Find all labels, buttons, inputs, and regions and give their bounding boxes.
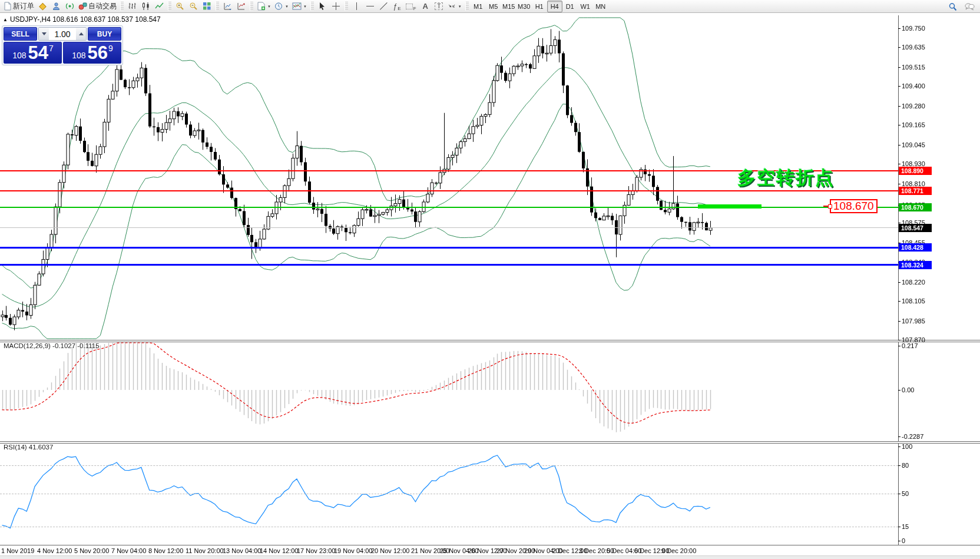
crosshair-tool-button[interactable] [329, 1, 343, 12]
accounts-button[interactable] [49, 1, 63, 12]
macd-label: MACD(12,26,9) -0.1027 -0.1115 [4, 342, 100, 349]
signal-icon [65, 2, 74, 11]
candlestick-mode-button[interactable] [139, 1, 153, 12]
candlestick-icon [141, 2, 150, 11]
zoom-in-icon [176, 2, 184, 11]
level-line-108.547[interactable] [0, 227, 898, 228]
new-order-icon [4, 2, 12, 11]
text-label-tool-button[interactable]: T [432, 1, 446, 12]
indicators-menu-button[interactable]: ▼ [255, 1, 273, 12]
timeframe-m15-button[interactable]: M15 [501, 1, 517, 12]
chat-bubbles-icon [965, 2, 975, 11]
text-label-icon: T [435, 2, 443, 10]
zoom-out-button[interactable] [187, 1, 200, 12]
fibonacci-tool-button[interactable]: ƒE [390, 1, 404, 12]
tile-windows-button[interactable] [200, 1, 214, 12]
cursor-tool-button[interactable] [316, 1, 329, 12]
date-axis-label: 1 Nov 2019 [1, 547, 34, 554]
new-order-button[interactable]: 新订单 [2, 1, 36, 12]
date-axis-label: 13 Nov 04:00 [223, 547, 261, 554]
date-axis-label: 5 Nov 20:00 [74, 547, 109, 554]
price-badge-108.890: 108.890 [899, 167, 932, 175]
level-line-108.324[interactable] [0, 264, 898, 266]
trendline-icon [380, 2, 388, 10]
buy-button[interactable]: BUY [88, 27, 121, 41]
volume-stepper [38, 27, 87, 41]
level-line-108.771[interactable] [0, 190, 898, 191]
market-watch-button[interactable] [36, 1, 49, 12]
search-button[interactable] [946, 1, 959, 12]
price-axis-tick: 109.045 [902, 141, 925, 148]
timeframe-m1-button[interactable]: M1 [471, 1, 486, 12]
timeframe-w1-button[interactable]: W1 [578, 1, 593, 12]
trendline-tool-button[interactable] [377, 1, 390, 12]
macd-axis-label: -0.2287 [902, 433, 923, 440]
highlight-segment[interactable] [698, 204, 762, 209]
arrows-tool-button[interactable]: ▼ [446, 1, 463, 12]
volume-input[interactable] [49, 28, 76, 40]
volume-decrease-button[interactable] [39, 28, 49, 40]
rsi-label: RSI(14) 41.6037 [4, 444, 53, 451]
up-triangle-icon [79, 32, 84, 35]
zoom-in-button[interactable] [173, 1, 187, 12]
toolbar-separator [345, 2, 348, 11]
auto-scroll-button[interactable] [221, 1, 234, 12]
price-axis-tick: 109.280 [902, 102, 925, 110]
chart-window: 多空转折点 108.670 MACD(12,26,9) -0.1027 -0.1… [0, 13, 980, 559]
macd-axis-label: 0.00 [902, 386, 914, 393]
price-axis-tick: 109.515 [902, 64, 925, 71]
arrows-icon [448, 2, 456, 11]
sell-button[interactable]: SELL [4, 27, 37, 41]
turning-point-annotation[interactable]: 多空转折点 [737, 166, 835, 190]
macd-panel-separator[interactable] [0, 340, 980, 342]
timeframe-h1-button[interactable]: H1 [532, 1, 547, 12]
price-axis-tick: 109.750 [902, 25, 925, 32]
sell-price-display[interactable]: 108547 [4, 42, 62, 64]
text-tool-button[interactable]: A [419, 1, 432, 12]
timeframe-m5-button[interactable]: M5 [486, 1, 501, 12]
level-line-108.670[interactable] [0, 207, 898, 208]
timeframe-d1-button[interactable]: D1 [562, 1, 578, 12]
price-tag-108670[interactable]: 108.670 [830, 199, 878, 213]
down-triangle-icon [42, 32, 47, 35]
clock-icon [274, 2, 283, 11]
text-tool-icon: A [423, 2, 428, 11]
templates-menu-button[interactable]: ▼ [290, 1, 309, 12]
chart-overlay: 多空转折点 108.670 MACD(12,26,9) -0.1027 -0.1… [0, 13, 980, 559]
buy-price-display[interactable]: 108569 [63, 42, 121, 64]
community-chat-button[interactable] [963, 1, 976, 12]
shapes-tool-button[interactable]: F [404, 1, 419, 12]
search-icon [948, 2, 957, 11]
timeframe-m30-button[interactable]: M30 [517, 1, 532, 12]
toolbar-separator [310, 2, 314, 11]
volume-increase-button[interactable] [76, 28, 86, 40]
chart-shift-button[interactable] [234, 1, 248, 12]
signals-button[interactable] [63, 1, 77, 12]
line-chart-mode-button[interactable] [153, 1, 166, 12]
horizontal-line-icon [366, 6, 374, 6]
timeframe-h4-button[interactable]: H4 [547, 1, 562, 12]
template-icon [292, 2, 302, 11]
price-badge-108.771: 108.771 [899, 187, 932, 195]
rsi-panel-separator[interactable] [0, 441, 980, 444]
level-line-108.428[interactable] [0, 247, 898, 249]
timeframe-mn-button[interactable]: MN [593, 1, 608, 12]
bar-chart-mode-button[interactable] [125, 1, 139, 12]
window-bottom-strip [0, 555, 980, 559]
dropdown-caret-icon: ▼ [303, 5, 307, 8]
date-axis-label: 7 Nov 04:00 [111, 547, 146, 554]
tile-windows-icon [203, 2, 211, 11]
price-axis-tick: 107.985 [902, 317, 925, 325]
periods-menu-button[interactable]: ▼ [273, 1, 290, 12]
chart-shift-icon [237, 2, 246, 11]
shapes-icon [406, 4, 413, 9]
price-axis-tick: 109.635 [902, 44, 925, 51]
vertical-line-icon [356, 2, 357, 10]
autotrading-button[interactable]: 自动交易 [77, 1, 118, 12]
collapse-arrow-icon[interactable]: ▲ [3, 17, 8, 22]
horizontal-line-tool-button[interactable] [363, 1, 377, 12]
toolbar-separator [216, 2, 219, 11]
macd-axis-label: 0.217 [902, 342, 918, 349]
time-axis-line[interactable] [0, 545, 980, 545]
vertical-line-tool-button[interactable] [350, 1, 363, 12]
